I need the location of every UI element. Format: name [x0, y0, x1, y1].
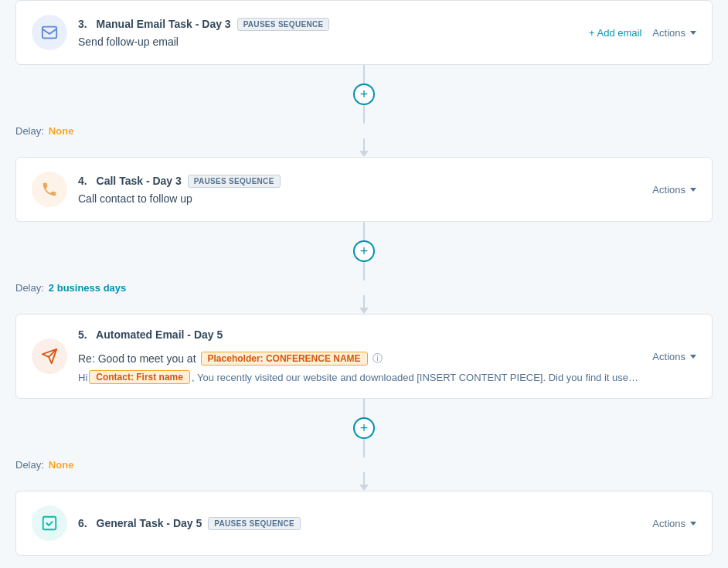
step-actions-3: + Add email Actions	[589, 27, 696, 39]
step-card-4: 4. Call Task - Day 3 PAUSES SEQUENCE Cal…	[15, 157, 713, 222]
step-header-6: 6. General Task - Day 5 PAUSES SEQUENCE …	[32, 505, 696, 541]
connector-1b	[0, 138, 728, 157]
step-actions-4: Actions	[652, 184, 696, 196]
step-subtitle-3: Send follow-up email	[78, 36, 329, 48]
plus-icon-1: +	[360, 87, 369, 101]
delay-value-1[interactable]: None	[49, 125, 74, 137]
actions-button-6[interactable]: Actions	[652, 518, 696, 529]
step-left-5: 5. Automated Email - Day 5 Re: Good to m…	[32, 328, 638, 384]
email-body-start: Hi	[78, 372, 87, 383]
step-title-row-5: 5. Automated Email - Day 5	[78, 328, 638, 341]
delay-label-3: Delay:	[15, 459, 44, 471]
step-title-row-3: 3. Manual Email Task - Day 3 PAUSES SEQU…	[78, 18, 329, 31]
step-left-4: 4. Call Task - Day 3 PAUSES SEQUENCE Cal…	[32, 172, 281, 207]
chevron-down-icon-5	[690, 355, 696, 359]
email-subject-prefix: Re: Good to meet you at	[78, 352, 196, 365]
connector-2: +	[0, 222, 728, 281]
step-title-5: 5.	[78, 328, 87, 341]
delay-row-2: Delay: 2 business days	[0, 281, 728, 295]
delay-label-2: Delay:	[15, 282, 44, 294]
step-card-3: 3. Manual Email Task - Day 3 PAUSES SEQU…	[15, 0, 713, 65]
step-left-3: 3. Manual Email Task - Day 3 PAUSES SEQU…	[32, 15, 329, 50]
email-body-rest: , You recently visited our website and d…	[192, 372, 638, 383]
chevron-down-icon-4	[690, 188, 696, 192]
actions-button-5[interactable]: Actions	[652, 351, 696, 362]
step-header-5: 5. Automated Email - Day 5 Re: Good to m…	[32, 328, 696, 384]
step-actions-5: Actions	[652, 351, 696, 362]
step-title-4: 4.	[78, 175, 87, 187]
step-header-3: 3. Manual Email Task - Day 3 PAUSES SEQU…	[32, 15, 696, 50]
step-icon-call	[32, 172, 67, 207]
arrow-down-icon-1	[359, 151, 369, 157]
connector-1: +	[0, 65, 728, 124]
connector-line-top-1	[363, 65, 365, 83]
step-info-3: 3. Manual Email Task - Day 3 PAUSES SEQU…	[78, 18, 329, 48]
add-email-button-3[interactable]: + Add email	[589, 27, 641, 39]
step-type-5: Automated Email - Day 5	[94, 328, 223, 341]
arrow-down-icon-2	[359, 308, 369, 314]
contact-token-badge: Contact: First name	[89, 370, 190, 384]
step-type-4: Call Task - Day 3	[94, 175, 182, 187]
connector-line-bottom-1	[363, 105, 365, 124]
step-info-4: 4. Call Task - Day 3 PAUSES SEQUENCE Cal…	[78, 175, 281, 205]
delay-label-1: Delay:	[15, 125, 44, 137]
plus-icon-2: +	[360, 244, 369, 258]
placeholder-badge-conference: Placeholder: CONFERENCE NAME	[201, 352, 368, 366]
delay-value-2[interactable]: 2 business days	[49, 282, 126, 294]
connector-3: +	[0, 399, 728, 457]
chevron-down-icon-3	[690, 31, 696, 35]
step-badge-4: PAUSES SEQUENCE	[188, 175, 281, 188]
svg-rect-0	[43, 27, 56, 39]
add-step-button-2[interactable]: +	[353, 240, 375, 262]
email-subject-5: Re: Good to meet you at Placeholder: CON…	[78, 352, 638, 366]
connector-line-2b	[363, 295, 365, 308]
step-icon-automated-email	[32, 338, 67, 374]
connector-3b	[0, 472, 728, 491]
arrow-down-icon-3	[359, 485, 369, 491]
info-icon-5[interactable]: ⓘ	[373, 352, 383, 366]
add-step-button-3[interactable]: +	[353, 417, 375, 439]
connector-line-top-3	[363, 399, 365, 417]
step-type-6: General Task - Day 5	[94, 517, 202, 529]
step-icon-email	[32, 15, 67, 50]
step-actions-6: Actions	[652, 518, 696, 529]
plus-icon-3: +	[360, 421, 369, 435]
step-subtitle-4: Call contact to follow up	[78, 192, 281, 205]
step-card-6: 6. General Task - Day 5 PAUSES SEQUENCE …	[15, 491, 713, 556]
step-title-row-6: 6. General Task - Day 5 PAUSES SEQUENCE	[78, 517, 301, 530]
add-step-button-1[interactable]: +	[353, 83, 375, 105]
connector-2b	[0, 295, 728, 314]
step-left-6: 6. General Task - Day 5 PAUSES SEQUENCE	[32, 505, 301, 541]
step-title-6: 6.	[78, 517, 87, 529]
connector-line-bottom-2	[363, 262, 365, 281]
connector-line-1b	[363, 138, 365, 151]
step-title-3: 3.	[78, 18, 87, 30]
step-badge-6: PAUSES SEQUENCE	[208, 517, 301, 530]
step-info-6: 6. General Task - Day 5 PAUSES SEQUENCE	[78, 517, 301, 530]
actions-button-3[interactable]: Actions	[652, 27, 696, 39]
connector-line-3b	[363, 472, 365, 485]
delay-row-1: Delay: None	[0, 124, 728, 138]
delay-row-3: Delay: None	[0, 457, 728, 472]
actions-button-4[interactable]: Actions	[652, 184, 696, 196]
delay-value-3[interactable]: None	[49, 459, 74, 471]
chevron-down-icon-6	[690, 522, 696, 525]
email-preview-5: Re: Good to meet you at Placeholder: CON…	[78, 352, 638, 384]
step-header-4: 4. Call Task - Day 3 PAUSES SEQUENCE Cal…	[32, 172, 696, 207]
step-type-3: Manual Email Task - Day 3	[94, 18, 231, 30]
step-title-row-4: 4. Call Task - Day 3 PAUSES SEQUENCE	[78, 175, 281, 188]
step-card-5: 5. Automated Email - Day 5 Re: Good to m…	[15, 314, 713, 399]
sequence-builder: 3. Manual Email Task - Day 3 PAUSES SEQU…	[0, 0, 728, 568]
email-body-5: Hi Contact: First name , You recently vi…	[78, 370, 638, 384]
step-icon-task	[32, 505, 67, 541]
step-badge-3: PAUSES SEQUENCE	[237, 18, 330, 31]
connector-line-bottom-3	[363, 439, 365, 457]
connector-line-top-2	[363, 222, 365, 240]
step-info-5: 5. Automated Email - Day 5 Re: Good to m…	[78, 328, 638, 384]
svg-rect-1	[43, 517, 56, 530]
